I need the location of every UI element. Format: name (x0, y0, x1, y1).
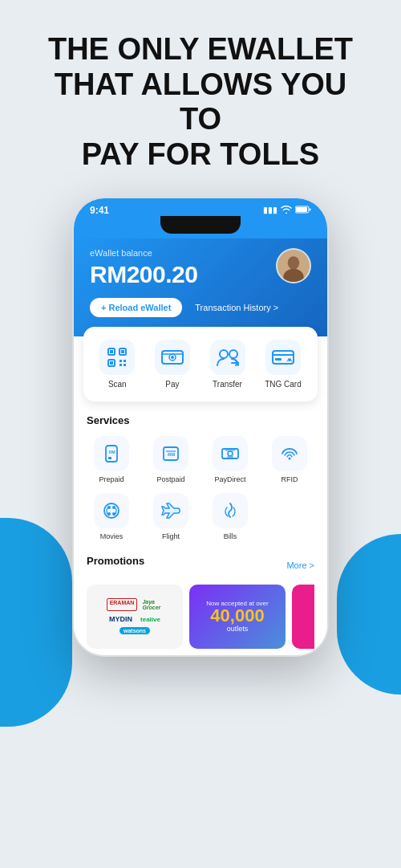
jaya-grocer-logo: JayaGrocer (140, 598, 163, 611)
phone-bg-container: 9:41 ▮▮▮ (0, 197, 401, 775)
tng-card-label: TNG Card (265, 380, 302, 389)
blue-blob-right (337, 534, 401, 695)
action-transfer[interactable]: Transfer (210, 340, 245, 389)
watsons-logo: watsons (119, 627, 150, 634)
bills-icon (213, 493, 248, 528)
promo-title: Promotions (87, 555, 144, 567)
svg-point-20 (220, 350, 228, 358)
svg-rect-9 (110, 350, 113, 353)
pay-icon-container (155, 340, 190, 375)
svg-rect-13 (124, 360, 126, 362)
svg-rect-1 (310, 208, 311, 210)
promo-header: Promotions More > (87, 555, 314, 577)
tng-card-icon-container (265, 340, 301, 375)
service-prepaid[interactable]: RM Prepaid (87, 436, 136, 483)
promo-cards: ERAMAN JayaGrocer MYDIN tealive watsons … (87, 585, 314, 649)
svg-rect-2 (296, 207, 307, 212)
svg-rect-14 (119, 364, 122, 366)
bills-label: Bills (224, 532, 237, 540)
transaction-link[interactable]: Transaction History > (195, 303, 278, 312)
movies-icon (94, 493, 129, 528)
service-rfid[interactable]: RFID (265, 436, 314, 483)
postpaid-icon: RM (153, 436, 188, 471)
transfer-label: Transfer (213, 380, 242, 389)
scan-icon-container (99, 340, 135, 375)
hero-section: THE ONLY eWALLET THAT ALLOWS YOU TO PAY … (0, 0, 401, 189)
rfid-icon (272, 436, 307, 471)
promo-outlets-count: 40,000 (210, 607, 264, 625)
action-pay[interactable]: Pay (155, 340, 190, 389)
svg-rect-25 (275, 358, 282, 361)
svg-point-38 (112, 506, 115, 509)
service-bills[interactable]: Bills (205, 493, 255, 540)
rfid-label: RFID (282, 475, 298, 483)
wallet-actions: + Reload eWallet Transaction History > (90, 298, 311, 317)
status-icons: ▮▮▮ (263, 206, 311, 215)
svg-point-26 (289, 360, 290, 361)
hero-title: THE ONLY eWALLET THAT ALLOWS YOU TO PAY … (32, 32, 369, 173)
svg-rect-15 (124, 364, 126, 366)
tealive-logo: tealive (138, 615, 163, 624)
svg-text:RM: RM (168, 452, 175, 457)
phone-wrapper: 9:41 ▮▮▮ (72, 197, 329, 657)
svg-point-39 (107, 512, 111, 516)
services-section: Services RM Prepaid (74, 401, 327, 547)
blue-blob-left (0, 518, 72, 727)
svg-rect-28 (108, 457, 111, 459)
service-empty (265, 493, 314, 540)
pay-label: Pay (165, 380, 179, 389)
phone-mockup: 9:41 ▮▮▮ (72, 197, 329, 657)
promo-more-link[interactable]: More > (286, 560, 314, 570)
svg-point-4 (288, 256, 300, 269)
services-title: Services (87, 414, 314, 426)
svg-point-35 (289, 457, 291, 459)
avatar (276, 248, 311, 283)
service-postpaid[interactable]: RM Postpaid (146, 436, 196, 483)
reload-button[interactable]: + Reload eWallet (90, 298, 182, 317)
service-paydirect[interactable]: PayDirect (205, 436, 255, 483)
quick-actions: Scan Pay (83, 327, 318, 401)
promo-card-outlets[interactable]: Now accepted at over 40,000 outlets (189, 585, 286, 649)
battery-icon (295, 206, 311, 215)
wallet-header: eWallet balance RM200.20 + Reload eWalle… (74, 238, 327, 336)
svg-point-34 (228, 451, 233, 456)
movies-label: Movies (100, 532, 124, 540)
promo-outlets-text2: outlets (227, 625, 249, 633)
status-time: 9:41 (90, 205, 109, 216)
service-movies[interactable]: Movies (87, 493, 136, 540)
transfer-icon-container (210, 340, 245, 375)
services-row2: Movies Flight (87, 493, 314, 540)
svg-point-21 (229, 350, 237, 358)
wifi-icon (281, 206, 292, 215)
promotions-section: Promotions More > ERAMAN JayaGrocer MYDI… (74, 547, 327, 655)
flight-label: Flight (162, 532, 180, 540)
action-tng-card[interactable]: TNG Card (265, 340, 302, 389)
paydirect-label: PayDirect (214, 475, 245, 483)
prepaid-label: Prepaid (99, 475, 124, 483)
notch (74, 216, 327, 238)
flight-icon (153, 493, 188, 528)
svg-rect-12 (119, 360, 122, 362)
svg-point-19 (171, 356, 174, 359)
status-bar: 9:41 ▮▮▮ (74, 198, 327, 216)
paydirect-icon (213, 436, 248, 471)
service-flight[interactable]: Flight (146, 493, 196, 540)
svg-point-40 (112, 512, 115, 516)
svg-text:RM: RM (109, 450, 115, 454)
postpaid-label: Postpaid (156, 475, 184, 483)
svg-rect-10 (121, 350, 124, 353)
promo-card-brands[interactable]: ERAMAN JayaGrocer MYDIN tealive watsons (87, 585, 183, 649)
scan-label: Scan (108, 380, 127, 389)
signal-icon: ▮▮▮ (263, 206, 277, 214)
svg-rect-23 (273, 351, 294, 364)
brand-logos: ERAMAN JayaGrocer (107, 598, 164, 611)
services-row1: RM Prepaid RM (87, 436, 314, 483)
prepaid-icon: RM (94, 436, 129, 471)
promo-card-partial (292, 585, 314, 649)
mydin-logo: MYDIN (107, 614, 135, 624)
svg-rect-11 (110, 361, 113, 365)
svg-point-37 (107, 506, 111, 509)
action-scan[interactable]: Scan (99, 340, 135, 389)
notch-pill (160, 216, 241, 234)
eraman-logo: ERAMAN (107, 598, 138, 611)
